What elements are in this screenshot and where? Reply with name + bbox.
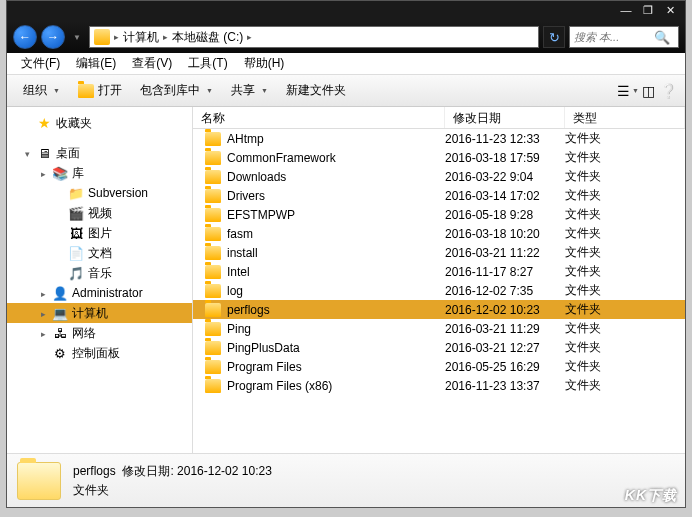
file-name: Program Files bbox=[227, 360, 302, 374]
expand-icon[interactable]: ▸ bbox=[39, 329, 48, 338]
file-date: 2016-05-18 9:28 bbox=[445, 208, 565, 222]
file-row[interactable]: perflogs2016-12-02 10:23文件夹 bbox=[193, 300, 685, 319]
organize-button[interactable]: 组织▼ bbox=[15, 78, 68, 103]
chevron-right-icon: ▸ bbox=[163, 32, 168, 42]
share-button[interactable]: 共享▼ bbox=[223, 78, 276, 103]
file-list[interactable]: AHtmp2016-11-23 12:33文件夹CommonFramework2… bbox=[193, 129, 685, 453]
search-input[interactable] bbox=[574, 31, 654, 43]
expand-icon[interactable]: ▸ bbox=[39, 309, 48, 318]
forward-button[interactable]: → bbox=[41, 25, 65, 49]
file-name: Program Files (x86) bbox=[227, 379, 332, 393]
tree-item-计算机[interactable]: ▸💻计算机 bbox=[7, 303, 192, 323]
tree-item-视频[interactable]: 🎬视频 bbox=[7, 203, 192, 223]
tree-item-图片[interactable]: 🖼图片 bbox=[7, 223, 192, 243]
file-name: CommonFramework bbox=[227, 151, 336, 165]
tree-label: 桌面 bbox=[56, 145, 80, 162]
toolbar: 组织▼ 打开 包含到库中▼ 共享▼ 新建文件夹 ☰▼ ◫ ❔ bbox=[7, 75, 685, 107]
doc-icon: 📄 bbox=[68, 245, 84, 261]
watermark: KK下载 bbox=[625, 487, 677, 505]
folder-icon bbox=[205, 360, 221, 374]
chevron-down-icon: ▼ bbox=[206, 87, 213, 94]
folder-icon bbox=[205, 265, 221, 279]
net-icon: 🖧 bbox=[52, 325, 68, 341]
file-row[interactable]: Program Files2016-05-25 16:29文件夹 bbox=[193, 357, 685, 376]
folder-icon bbox=[205, 189, 221, 203]
tree-item-音乐[interactable]: 🎵音乐 bbox=[7, 263, 192, 283]
expand-icon[interactable]: ▾ bbox=[23, 149, 32, 158]
file-row[interactable]: CommonFramework2016-03-18 17:59文件夹 bbox=[193, 148, 685, 167]
file-name: EFSTMPWP bbox=[227, 208, 295, 222]
svn-icon: 📁 bbox=[68, 185, 84, 201]
date-label: 修改日期: bbox=[122, 464, 173, 478]
new-folder-button[interactable]: 新建文件夹 bbox=[278, 78, 354, 103]
file-row[interactable]: log2016-12-02 7:35文件夹 bbox=[193, 281, 685, 300]
file-name: perflogs bbox=[227, 303, 270, 317]
tree-item-文档[interactable]: 📄文档 bbox=[7, 243, 192, 263]
folder-icon bbox=[205, 208, 221, 222]
file-row[interactable]: AHtmp2016-11-23 12:33文件夹 bbox=[193, 129, 685, 148]
file-row[interactable]: Program Files (x86)2016-11-23 13:37文件夹 bbox=[193, 376, 685, 395]
file-row[interactable]: Downloads2016-03-22 9:04文件夹 bbox=[193, 167, 685, 186]
file-name: Intel bbox=[227, 265, 250, 279]
history-dropdown-icon[interactable]: ▼ bbox=[73, 33, 81, 42]
expand-icon bbox=[55, 249, 64, 258]
menu-item-1[interactable]: 编辑(E) bbox=[68, 53, 124, 74]
sidebar-tree[interactable]: ★收藏夹▾🖥桌面▸📚库📁Subversion🎬视频🖼图片📄文档🎵音乐▸👤Admi… bbox=[7, 107, 193, 453]
close-button[interactable]: ✕ bbox=[661, 4, 679, 18]
file-row[interactable]: Ping2016-03-21 11:29文件夹 bbox=[193, 319, 685, 338]
back-button[interactable]: ← bbox=[13, 25, 37, 49]
file-date: 2016-11-23 13:37 bbox=[445, 379, 565, 393]
include-library-button[interactable]: 包含到库中▼ bbox=[132, 78, 221, 103]
menu-item-4[interactable]: 帮助(H) bbox=[236, 53, 293, 74]
cp-icon: ⚙ bbox=[52, 345, 68, 361]
file-row[interactable]: EFSTMPWP2016-05-18 9:28文件夹 bbox=[193, 205, 685, 224]
breadcrumb-drive[interactable]: 本地磁盘 (C:) bbox=[172, 29, 243, 46]
refresh-button[interactable]: ↻ bbox=[543, 26, 565, 48]
chevron-down-icon: ▼ bbox=[53, 87, 60, 94]
tree-item-收藏夹[interactable]: ★收藏夹 bbox=[7, 113, 192, 133]
tree-item-库[interactable]: ▸📚库 bbox=[7, 163, 192, 183]
tree-item-桌面[interactable]: ▾🖥桌面 bbox=[7, 143, 192, 163]
file-name: Drivers bbox=[227, 189, 265, 203]
file-row[interactable]: install2016-03-21 11:22文件夹 bbox=[193, 243, 685, 262]
menu-item-2[interactable]: 查看(V) bbox=[124, 53, 180, 74]
expand-icon[interactable]: ▸ bbox=[39, 289, 48, 298]
file-row[interactable]: Drivers2016-03-14 17:02文件夹 bbox=[193, 186, 685, 205]
minimize-button[interactable]: — bbox=[617, 4, 635, 18]
menu-item-0[interactable]: 文件(F) bbox=[13, 53, 68, 74]
expand-icon[interactable]: ▸ bbox=[39, 169, 48, 178]
file-type: 文件夹 bbox=[565, 130, 681, 147]
maximize-button[interactable]: ❐ bbox=[639, 4, 657, 18]
file-row[interactable]: PingPlusData2016-03-21 12:27文件夹 bbox=[193, 338, 685, 357]
file-type: 文件夹 bbox=[565, 149, 681, 166]
open-button[interactable]: 打开 bbox=[70, 78, 130, 103]
expand-icon bbox=[23, 119, 32, 128]
folder-icon bbox=[205, 151, 221, 165]
chevron-right-icon: ▸ bbox=[247, 32, 252, 42]
column-header-name[interactable]: 名称 bbox=[193, 107, 445, 128]
content-pane: 名称 修改日期 类型 AHtmp2016-11-23 12:33文件夹Commo… bbox=[193, 107, 685, 453]
file-type: 文件夹 bbox=[565, 206, 681, 223]
folder-icon bbox=[205, 170, 221, 184]
search-box[interactable]: 🔍 bbox=[569, 26, 679, 48]
tree-item-Subversion[interactable]: 📁Subversion bbox=[7, 183, 192, 203]
file-row[interactable]: Intel2016-11-17 8:27文件夹 bbox=[193, 262, 685, 281]
file-type: 文件夹 bbox=[565, 263, 681, 280]
file-type: 文件夹 bbox=[565, 225, 681, 242]
breadcrumb-computer[interactable]: 计算机 bbox=[123, 29, 159, 46]
column-header-date[interactable]: 修改日期 bbox=[445, 107, 565, 128]
help-button[interactable]: ❔ bbox=[659, 82, 677, 100]
column-headers: 名称 修改日期 类型 bbox=[193, 107, 685, 129]
tree-item-Administrator[interactable]: ▸👤Administrator bbox=[7, 283, 192, 303]
view-mode-button[interactable]: ☰▼ bbox=[619, 82, 637, 100]
menu-item-3[interactable]: 工具(T) bbox=[180, 53, 235, 74]
tree-item-控制面板[interactable]: ⚙控制面板 bbox=[7, 343, 192, 363]
breadcrumb[interactable]: ▸ 计算机 ▸ 本地磁盘 (C:) ▸ bbox=[89, 26, 539, 48]
mus-icon: 🎵 bbox=[68, 265, 84, 281]
file-row[interactable]: fasm2016-03-18 10:20文件夹 bbox=[193, 224, 685, 243]
preview-pane-button[interactable]: ◫ bbox=[639, 82, 657, 100]
tree-item-网络[interactable]: ▸🖧网络 bbox=[7, 323, 192, 343]
column-header-type[interactable]: 类型 bbox=[565, 107, 685, 128]
search-icon[interactable]: 🔍 bbox=[654, 30, 670, 45]
file-name: PingPlusData bbox=[227, 341, 300, 355]
